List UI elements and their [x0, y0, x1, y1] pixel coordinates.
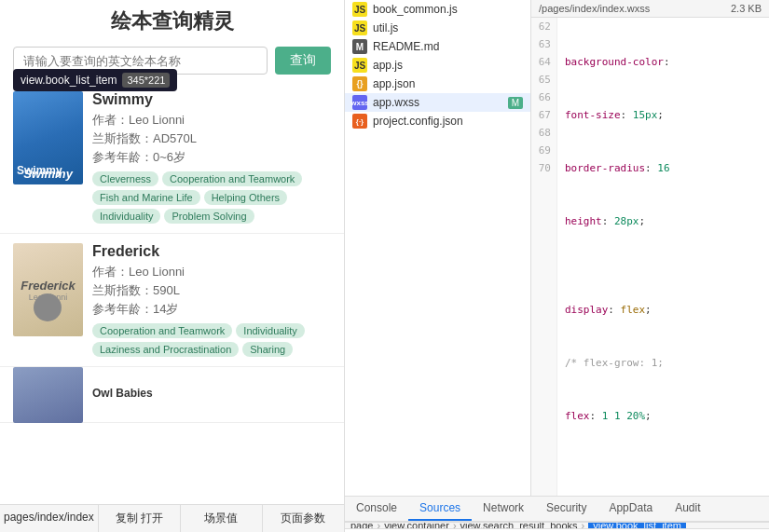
file-item-book-common[interactable]: JS book_common.js — [345, 0, 530, 19]
file-name-util: util.js — [373, 21, 523, 34]
tag-individuality-f: Individuality — [236, 323, 304, 338]
book-cover-swimmy: Swimmy — [13, 91, 83, 184]
tab-sources[interactable]: Sources — [408, 497, 472, 521]
console-bar: ⋮ Console 🚫 top Default le — [345, 528, 769, 532]
book-author-frederick: 作者：Leo Lionni — [92, 264, 331, 280]
file-item-app-js[interactable]: JS app.js — [345, 56, 530, 75]
book-title-owl: Owl Babies — [92, 387, 331, 400]
devtools-panel: JS book_common.js JS util.js M README.md… — [345, 0, 769, 532]
js-icon: JS — [352, 2, 367, 17]
breadcrumb-search-result[interactable]: view.search_result_books — [460, 522, 578, 528]
file-path-bar: /pages/index/index.wxss 2.3 KB — [531, 0, 769, 18]
frederick-cover-title: Frederick — [21, 279, 76, 293]
file-item-util[interactable]: JS util.js — [345, 19, 530, 37]
file-name-book-common: book_common.js — [373, 3, 523, 16]
book-author-swimmy: 作者：Leo Lionni — [92, 112, 331, 129]
file-name-app-js: app.js — [373, 59, 523, 72]
breadcrumb-bar: page › view.container › view.search_resu… — [345, 522, 769, 528]
tab-console[interactable]: Console — [345, 497, 408, 521]
js-icon-app: JS — [352, 58, 367, 73]
book-info-swimmy: Swimmy 作者：Leo Lionni 兰斯指数：AD570L 参考年龄：0~… — [92, 91, 331, 224]
search-button[interactable]: 查询 — [275, 47, 331, 75]
code-display: 626364656667686970 background-color: fon… — [531, 18, 769, 496]
line-numbers: 626364656667686970 — [531, 18, 557, 496]
file-name-project-config: project.config.json — [373, 115, 523, 128]
file-name-app-wxss: app.wxss — [373, 96, 502, 109]
tab-audit[interactable]: Audit — [664, 497, 711, 521]
book-info-owl: Owl Babies — [92, 387, 331, 403]
breadcrumb-book-list-item[interactable]: view.book_list_item — [588, 522, 686, 528]
bottom-nav-scene[interactable]: 场景值 — [181, 505, 263, 532]
book-item-owl: Owl Babies — [0, 367, 344, 423]
file-item-readme[interactable]: M README.md — [345, 37, 530, 56]
file-name-app-json: app.json — [373, 77, 523, 90]
file-path-text: /pages/index/index.wxss — [539, 3, 650, 14]
json-icon: {} — [352, 76, 367, 91]
book-tags-frederick: Cooperation and Teamwork Individuality L… — [92, 323, 331, 357]
md-icon: M — [352, 39, 367, 54]
bottom-nav: pages/index/index 复制 打开 场景值 页面参数 — [0, 504, 344, 532]
tooltip-class: view.book_list_item — [21, 74, 117, 87]
tag-cooperation: Cooperation and Teamwork — [162, 171, 302, 186]
book-info-frederick: Frederick 作者：Leo Lionni 兰斯指数：590L 参考年龄：1… — [92, 243, 331, 357]
tag-cleverness: Cleverness — [92, 171, 158, 186]
tooltip: view.book_list_item 345*221 — [13, 69, 177, 91]
tab-network[interactable]: Network — [472, 497, 535, 521]
file-badge-m: M — [508, 97, 523, 109]
tag-cooperation-f: Cooperation and Teamwork — [92, 323, 232, 338]
book-item-swimmy: Swimmy Swimmy 作者：Leo Lionni 兰斯指数：AD570L … — [0, 82, 344, 234]
tab-appdata[interactable]: AppData — [597, 497, 664, 521]
file-name-readme: README.md — [373, 40, 523, 53]
tab-security[interactable]: Security — [535, 497, 597, 521]
css-code-content: background-color: font-size: 15px; borde… — [557, 18, 769, 496]
tag-laziness: Laziness and Procrastination — [92, 342, 239, 357]
wxss-icon: wxss — [352, 95, 367, 110]
file-item-app-wxss[interactable]: wxss app.wxss M — [345, 93, 530, 112]
tag-problem: Problem Solving — [164, 209, 254, 224]
tag-fish: Fish and Marine Life — [92, 190, 200, 205]
tag-sharing: Sharing — [242, 342, 293, 357]
breadcrumb-page[interactable]: page — [350, 522, 373, 528]
book-cover-owl — [13, 367, 83, 423]
book-list: Swimmy Swimmy 作者：Leo Lionni 兰斯指数：AD570L … — [0, 82, 344, 504]
book-item-frederick: Frederick Leo Lionni Frederick 作者：Leo Li… — [0, 234, 344, 367]
css-code-area: /pages/index/index.wxss 2.3 KB 626364656… — [531, 0, 769, 496]
top-section: JS book_common.js JS util.js M README.md… — [345, 0, 769, 497]
book-score-swimmy: 兰斯指数：AD570L — [92, 130, 331, 147]
file-item-project-config[interactable]: {·} project.config.json — [345, 112, 530, 130]
tooltip-size: 345*221 — [122, 73, 170, 88]
config-icon: {·} — [352, 114, 367, 129]
bottom-nav-params[interactable]: 页面参数 — [263, 505, 344, 532]
file-tree: JS book_common.js JS util.js M README.md… — [345, 0, 531, 496]
book-age-frederick: 参考年龄：14岁 — [92, 301, 331, 318]
book-age-swimmy: 参考年龄：0~6岁 — [92, 149, 331, 166]
file-size: 2.3 KB — [731, 3, 762, 14]
book-cover-frederick: Frederick Leo Lionni — [13, 243, 83, 336]
book-title-swimmy: Swimmy — [92, 91, 331, 108]
devtools-tabs: Console Sources Network Security AppData… — [345, 497, 769, 522]
file-item-app-json[interactable]: {} app.json — [345, 75, 530, 93]
book-score-frederick: 兰斯指数：590L — [92, 282, 331, 299]
js-icon-util: JS — [352, 20, 367, 35]
mobile-preview: 绘本查询精灵 查询 view.book_list_item 345*221 Sw… — [0, 0, 345, 532]
tag-helping: Helping Others — [204, 190, 287, 205]
breadcrumb-container[interactable]: view.container — [384, 522, 449, 528]
bottom-nav-page[interactable]: pages/index/index — [0, 505, 99, 532]
book-tags-swimmy: Cleverness Cooperation and Teamwork Fish… — [92, 171, 331, 224]
book-title-frederick: Frederick — [92, 243, 331, 260]
swimmy-cover-title: Swimmy — [23, 167, 73, 181]
tag-individuality: Individuality — [92, 209, 160, 224]
bottom-nav-copy[interactable]: 复制 打开 — [99, 505, 181, 532]
app-title: 绘本查询精灵 — [0, 0, 344, 41]
